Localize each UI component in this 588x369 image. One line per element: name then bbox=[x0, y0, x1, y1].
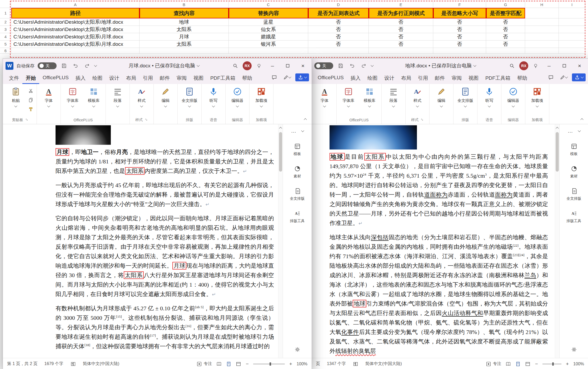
tab-布局[interactable]: 布局 bbox=[123, 73, 139, 84]
close-button[interactable]: × bbox=[574, 59, 586, 73]
cell-F3[interactable]: 否 bbox=[433, 26, 486, 33]
tab-帮助[interactable]: 帮助 bbox=[239, 73, 256, 84]
cell-H3[interactable] bbox=[525, 26, 559, 33]
cell-I1[interactable] bbox=[559, 8, 585, 18]
vertical-scrollbar[interactable] bbox=[278, 124, 283, 358]
cell-A5[interactable]: C:\Users\Administrator\Desktop\太阳系\月球.do… bbox=[11, 41, 139, 48]
cell-F5[interactable]: 否 bbox=[433, 41, 486, 48]
cell-D6[interactable] bbox=[308, 48, 369, 54]
language-indicator[interactable]: 简体中文(中国大陆) bbox=[83, 361, 119, 367]
scroll-up-icon[interactable] bbox=[556, 127, 559, 130]
cell-G5[interactable]: 否 bbox=[486, 41, 525, 48]
select-all-corner[interactable] bbox=[0, 2, 11, 8]
scroll-up-icon[interactable] bbox=[279, 127, 282, 130]
row-header-6[interactable]: 6 bbox=[0, 48, 11, 54]
cell-B3[interactable]: 太阳系 bbox=[139, 26, 229, 33]
comments-button[interactable] bbox=[547, 73, 555, 82]
document-title[interactable]: 地球.docx • 已保存到这台电脑 bbox=[405, 62, 472, 69]
header-cell-D1[interactable]: 是否为正则表达式 bbox=[308, 8, 369, 18]
share-button[interactable] bbox=[572, 73, 586, 81]
chevron-down-icon[interactable] bbox=[301, 129, 304, 132]
cell-C2[interactable]: 蓝星 bbox=[229, 18, 308, 26]
dialog-launcher-button[interactable] bbox=[25, 118, 28, 122]
ribbon-button-字体[interactable]: A字体 bbox=[315, 86, 335, 107]
row-header-1[interactable]: 1 bbox=[0, 8, 11, 18]
panel-item-素材[interactable]: 素材 bbox=[294, 165, 301, 179]
header-cell-E1[interactable]: 是否为多行正则模式 bbox=[369, 8, 433, 18]
document-text[interactable]: 地球是目前太阳系中以太阳为中心由内向外的第三颗行星，与太阳平均距离 149,59… bbox=[330, 124, 548, 358]
cell-C6[interactable] bbox=[229, 48, 308, 54]
cell-A2[interactable]: C:\Users\Administrator\Desktop\太阳系\地球.do… bbox=[11, 18, 139, 26]
web-layout-icon[interactable] bbox=[236, 361, 241, 367]
redo-button[interactable] bbox=[360, 61, 368, 70]
panel-item-模板[interactable]: 模板 bbox=[570, 143, 578, 156]
settings-button[interactable] bbox=[294, 346, 301, 354]
print-layout-icon[interactable] bbox=[226, 361, 232, 367]
ribbon-button-编辑[interactable]: 编辑 bbox=[431, 86, 451, 107]
print-layout-icon[interactable] bbox=[515, 361, 521, 367]
header-cell-F1[interactable]: 是否忽略大小写 bbox=[433, 8, 486, 18]
proofing-icon[interactable] bbox=[353, 361, 358, 367]
search-button[interactable] bbox=[231, 61, 240, 70]
tab-邮件[interactable]: 邮件 bbox=[156, 73, 173, 84]
zoom-out-button[interactable]: − bbox=[245, 361, 249, 367]
dialog-launcher-button[interactable] bbox=[420, 118, 424, 122]
tab-引用[interactable]: 引用 bbox=[415, 73, 431, 84]
dialog-launcher-button[interactable] bbox=[144, 118, 148, 122]
cell-F2[interactable]: 否 bbox=[433, 18, 486, 26]
cell-H1[interactable] bbox=[525, 8, 559, 18]
cell-E2[interactable]: 否 bbox=[369, 18, 433, 26]
cut-button[interactable] bbox=[27, 88, 35, 94]
header-cell-G1[interactable]: 是否整字匹配 bbox=[486, 8, 525, 18]
tab-视图[interactable]: 视图 bbox=[190, 73, 207, 84]
panel-item-全文排版[interactable]: 全文排版 bbox=[567, 188, 581, 201]
cell-E5[interactable]: 否 bbox=[369, 41, 433, 48]
cell-A6[interactable] bbox=[11, 48, 139, 54]
vertical-scrollbar[interactable] bbox=[555, 124, 559, 358]
paragraph[interactable]: 月球，即地卫一，俗称月亮，是地球唯一的天然卫星，直径约等于地球的四分之一，质量约… bbox=[56, 147, 274, 176]
ribbon-button-样式[interactable]: A样式 bbox=[407, 86, 427, 107]
draw-pen-button[interactable] bbox=[559, 73, 568, 82]
save-button[interactable] bbox=[336, 61, 345, 70]
paragraph[interactable]: 有数种机制都认为月球形成于 45.27 亿 ± 0.10 亿年之前[nb 5]，… bbox=[56, 304, 274, 351]
maximize-button[interactable] bbox=[558, 59, 570, 73]
row-header-3[interactable]: 3 bbox=[0, 26, 11, 33]
more-options-icon[interactable]: … bbox=[291, 128, 297, 134]
header-cell-C1[interactable]: 替换内容 bbox=[229, 8, 308, 18]
ribbon-button-模板库[interactable]: 模板库 bbox=[84, 86, 104, 107]
cell-F6[interactable] bbox=[433, 48, 486, 54]
scrollbar-thumb[interactable] bbox=[279, 132, 282, 172]
cell-A4[interactable]: C:\Users\Administrator\Desktop\太阳系\月球.do… bbox=[11, 33, 139, 41]
undo-button[interactable] bbox=[71, 61, 80, 70]
zoom-slider-thumb[interactable] bbox=[552, 362, 554, 366]
panel-item-模板[interactable]: 模板 bbox=[294, 143, 301, 156]
cell-D3[interactable]: 否 bbox=[308, 26, 369, 33]
document-title[interactable]: 月球.docx • 已保存到这台电脑 bbox=[128, 62, 195, 69]
language-indicator[interactable]: 简体中文(中国大陆) bbox=[365, 361, 402, 367]
cell-H4[interactable] bbox=[525, 33, 559, 41]
settings-button[interactable] bbox=[571, 346, 577, 354]
ribbon-button-全文排版[interactable]: 全文排版 bbox=[455, 86, 475, 107]
help-lightbulb-button[interactable] bbox=[531, 61, 540, 70]
cell-C4[interactable]: 嫦娥星 bbox=[229, 33, 308, 41]
ribbon-button-编辑器[interactable]: 编辑器 bbox=[227, 86, 247, 107]
qat-chevron-icon[interactable] bbox=[371, 64, 373, 67]
chevron-down-icon[interactable] bbox=[578, 129, 581, 132]
panel-item-排版工具[interactable]: A排版工具 bbox=[567, 210, 581, 223]
account-avatar[interactable]: RX bbox=[519, 61, 528, 70]
more-options-icon[interactable]: … bbox=[568, 128, 574, 134]
ribbon-button-段落[interactable]: 段落 bbox=[383, 86, 403, 107]
row-header-5[interactable]: 5 bbox=[0, 41, 11, 48]
tab-插入[interactable]: 插入 bbox=[72, 73, 89, 84]
tab-OfficePLUS[interactable]: OfficePLUS bbox=[39, 73, 72, 84]
scrollbar-thumb[interactable] bbox=[556, 132, 559, 172]
paragraph[interactable]: 地球是目前太阳系中以太阳为中心由内向外的第三颗行星，与太阳平均距离 149,59… bbox=[330, 152, 548, 228]
word-count[interactable]: 1679 个字 bbox=[44, 361, 63, 367]
cell-H5[interactable] bbox=[525, 41, 559, 48]
column-header-D[interactable]: D bbox=[308, 2, 369, 8]
copy-button[interactable] bbox=[27, 97, 35, 103]
cell-G4[interactable]: 否 bbox=[486, 33, 525, 41]
format-painter-button[interactable] bbox=[27, 106, 35, 112]
ribbon-button-粘贴[interactable]: 粘贴 bbox=[6, 86, 26, 107]
cell-D2[interactable]: 否 bbox=[308, 18, 369, 26]
